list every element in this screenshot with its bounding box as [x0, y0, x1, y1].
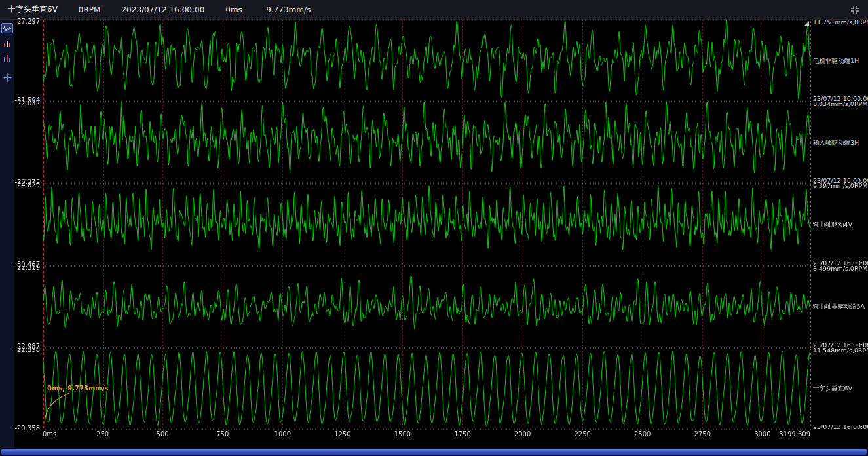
- channel-name-label[interactable]: 泵曲轴驱动4V: [813, 221, 867, 229]
- cursor-annotation: 0ms,-9.773mm/s: [47, 385, 108, 392]
- x-axis-tick: 3000: [754, 430, 770, 438]
- plot-area: 0ms,-9.773mm/s: [43, 348, 810, 430]
- timestamp-label: 23/07/12 16:00:00: [813, 423, 867, 430]
- x-axis-tick: 1500: [394, 430, 411, 438]
- annotation-connector: [43, 390, 71, 425]
- waveform-canvas[interactable]: [43, 102, 810, 183]
- channel-info: 8.499mm/s,0RPM 泵曲轴非驱动端5A 23/07/12 16:00:…: [810, 266, 868, 348]
- main-area: 27.297 -31.594 11.751mm/s,0RPM 电机非驱动端1H …: [0, 20, 868, 448]
- waveform-chart-1: 27.297 -31.594 11.751mm/s,0RPM 电机非驱动端1H …: [14, 20, 868, 102]
- horizontal-scrollbar[interactable]: [1, 449, 867, 455]
- x-axis-tick: 2500: [634, 430, 651, 438]
- y-max-label: 22.032: [17, 100, 40, 107]
- timestamp-label: 23/07/12 16:00:00: [813, 95, 867, 102]
- peak-value-label: 11.548mm/s,0RPM: [813, 348, 867, 354]
- y-axis-labels: 27.297 -31.594: [14, 20, 43, 102]
- plot-area: [43, 102, 810, 183]
- move-tool-icon[interactable]: [1, 72, 13, 83]
- y-max-label: 27.297: [17, 18, 40, 25]
- x-axis-tick: 3199.609: [779, 430, 810, 438]
- collapse-panel-icon[interactable]: [850, 5, 860, 17]
- timestamp-label: 23/07/12 16:00:00: [813, 259, 867, 266]
- y-min-label: -20.358: [14, 425, 40, 432]
- x-axis-tick: 1750: [454, 430, 470, 438]
- plot-area: [43, 183, 810, 265]
- y-axis-labels: 22.032 -26.373: [14, 102, 43, 183]
- waveform-chart-2: 22.032 -26.373 8.034mm/s,0RPM 输入轴驱动端3H 2…: [14, 102, 868, 183]
- selected-channel-label: 十字头垂直6V: [8, 4, 58, 15]
- x-axis-tick: 2000: [514, 430, 531, 438]
- rpm-label: 0RPM: [79, 5, 101, 14]
- x-axis-tick: 1250: [334, 430, 350, 438]
- multi-spectrum-tool-icon[interactable]: [1, 53, 13, 64]
- cursor-time-label: 0ms: [225, 5, 242, 14]
- waveform-tool-icon[interactable]: [1, 23, 13, 33]
- channel-name-label[interactable]: 电机非驱动端1H: [813, 57, 867, 65]
- channel-info: 11.751mm/s,0RPM 电机非驱动端1H 23/07/12 16:00:…: [810, 20, 868, 102]
- timestamp-label: 23/07/12 16:00:00: [813, 341, 867, 348]
- plot-area: [43, 266, 810, 348]
- channel-name-label[interactable]: 输入轴驱动端3H: [813, 139, 867, 147]
- waveform-canvas[interactable]: [43, 20, 810, 102]
- plot-area: [43, 20, 810, 102]
- spectrum-tool-icon[interactable]: [1, 38, 13, 48]
- x-axis-tick: 250: [96, 430, 109, 438]
- datetime-label: 2023/07/12 16:00:00: [121, 5, 204, 14]
- timestamp-label: 23/07/12 16:00:00: [813, 177, 867, 183]
- y-axis-labels: 22.398 -20.358: [14, 348, 43, 430]
- x-axis-tick: 500: [157, 430, 169, 438]
- peak-value-label: 8.034mm/s,0RPM: [813, 102, 867, 108]
- top-status-bar: 十字头垂直6V 0RPM 2023/07/12 16:00:00 0ms -9.…: [0, 0, 868, 20]
- cursor-value-label: -9.773mm/s: [263, 5, 311, 14]
- y-max-label: 24.829: [17, 181, 40, 189]
- y-max-label: 22.319: [17, 264, 40, 271]
- waveform-canvas[interactable]: [43, 183, 810, 265]
- x-axis-tick: 2250: [574, 430, 590, 438]
- x-axis-tick: 750: [216, 430, 229, 438]
- y-axis-labels: 24.829 -30.467: [14, 183, 43, 265]
- waveform-canvas[interactable]: [43, 348, 810, 430]
- channel-info: 9.397mm/s,0RPM 泵曲轴驱动4V 23/07/12 16:00:00: [810, 183, 868, 265]
- x-axis-tick: 1000: [274, 430, 291, 438]
- peak-value-label: 9.397mm/s,0RPM: [813, 183, 867, 190]
- x-axis-tick: 0ms: [43, 430, 56, 438]
- horizontal-scrollbar-track: [0, 448, 868, 456]
- tool-sidebar: [0, 20, 14, 448]
- waveform-chart-5: 22.398 -20.358 0ms,-9.773mm/s 11.548mm/s…: [14, 348, 868, 430]
- y-axis-labels: 22.319 -22.987: [14, 266, 43, 348]
- y-max-label: 22.398: [17, 346, 40, 353]
- peak-value-label: 8.499mm/s,0RPM: [813, 266, 867, 273]
- waveform-canvas[interactable]: [43, 266, 810, 348]
- chart-panel: 27.297 -31.594 11.751mm/s,0RPM 电机非驱动端1H …: [14, 20, 868, 448]
- corner-marker-icon: [804, 21, 809, 26]
- waveform-chart-3: 24.829 -30.467 9.397mm/s,0RPM 泵曲轴驱动4V 23…: [14, 183, 868, 265]
- channel-name-label[interactable]: 泵曲轴非驱动端5A: [813, 303, 867, 311]
- chart-stack: 27.297 -31.594 11.751mm/s,0RPM 电机非驱动端1H …: [14, 20, 868, 430]
- channel-name-label[interactable]: 十字头垂直6V: [813, 385, 867, 392]
- waveform-chart-4: 22.319 -22.987 8.499mm/s,0RPM 泵曲轴非驱动端5A …: [14, 266, 868, 348]
- peak-value-label: 11.751mm/s,0RPM: [813, 20, 867, 26]
- channel-info: 11.548mm/s,0RPM 十字头垂直6V 23/07/12 16:00:0…: [810, 348, 868, 430]
- x-axis-tick: 2750: [694, 430, 711, 438]
- channel-info: 8.034mm/s,0RPM 输入轴驱动端3H 23/07/12 16:00:0…: [810, 102, 868, 183]
- x-axis: 0ms2505007501000125015001750200022502500…: [43, 430, 810, 440]
